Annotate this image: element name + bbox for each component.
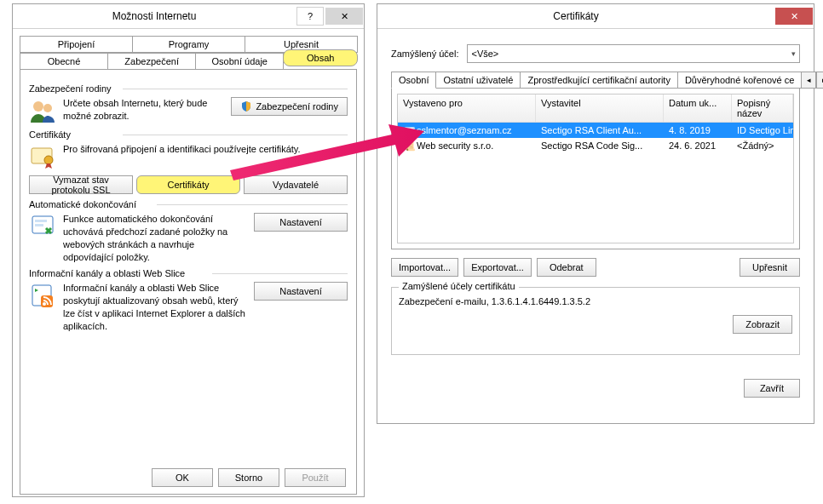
certificates-window: Certifikáty ✕ Zamýšlený účel: <Vše> ▾ Os… [377, 3, 814, 424]
cert-close-button[interactable]: ✕ [775, 8, 813, 25]
cert-row[interactable]: 📧sslmentor@seznam.cz Sectigo RSA Client … [398, 123, 793, 138]
chevron-down-icon: ▾ [791, 49, 796, 58]
remove-button[interactable]: Odebrat [537, 258, 596, 277]
io-dialog-buttons: OK Storno Použít [152, 468, 346, 487]
io-titlebar: Možnosti Internetu ? ✕ [13, 4, 364, 29]
tab-general[interactable]: Obecné [20, 53, 108, 70]
tab-content[interactable]: Obsah [283, 49, 358, 66]
family-desc: Určete obsah Internetu, který bude možné… [63, 97, 224, 123]
autocomplete-settings-button[interactable]: Nastavení [254, 213, 348, 232]
io-title: Možnosti Internetu [13, 10, 296, 22]
cancel-button[interactable]: Storno [218, 468, 279, 487]
cert-action-buttons: Importovat... Exportovat... Odebrat Upře… [391, 258, 800, 277]
col-friendly[interactable]: Popisný název [732, 94, 793, 122]
family-icon [29, 97, 56, 124]
certificates-button[interactable]: Certifikáty [136, 175, 240, 194]
cert-item-icon: 📜 [403, 140, 417, 152]
internet-options-window: Možnosti Internetu ? ✕ Připojení Program… [12, 3, 365, 497]
cert-tab-personal[interactable]: Osobní [391, 72, 436, 89]
cert-item-icon: 📧 [403, 125, 417, 136]
purposes-fieldset: Zamýšlené účely certifikátu Zabezpečení … [391, 287, 800, 355]
clear-ssl-button[interactable]: Vymazat stav protokolu SSL [29, 175, 133, 194]
purpose-value: <Vše> [471, 49, 498, 59]
apply-button[interactable]: Použít [285, 468, 346, 487]
io-tab-body: Zabezpečení rodiny Určete obsah Internet… [20, 69, 357, 495]
section-feeds-title: Informační kanály a oblasti Web Slice [29, 268, 348, 278]
shield-icon [240, 100, 252, 112]
autocomplete-icon [29, 213, 56, 240]
certs-button-bar: Vymazat stav protokolu SSL Certifikáty V… [29, 175, 348, 194]
section-family-title: Zabezpečení rodiny [29, 83, 348, 94]
cert-columns: Vystaveno pro Vystavitel Datum uk... Pop… [398, 94, 793, 123]
tab-privacy[interactable]: Osobní údaje [195, 53, 284, 70]
svg-point-1 [43, 104, 52, 112]
close-dialog-button[interactable]: Zavřít [744, 379, 800, 398]
advanced-button[interactable]: Upřesnit [740, 258, 800, 277]
cert-titlebar: Certifikáty ✕ [377, 4, 814, 29]
tab-scroll-right[interactable]: ▸ [816, 72, 823, 89]
col-expiry[interactable]: Datum uk... [664, 94, 732, 122]
svg-point-0 [33, 101, 43, 112]
cert-list[interactable]: Vystaveno pro Vystavitel Datum uk... Pop… [397, 94, 794, 243]
auto-desc: Funkce automatického dokončování uchováv… [63, 213, 247, 263]
purposes-legend: Zamýšlené účely certifikátu [399, 281, 519, 291]
cert-tabs: Osobní Ostatní uživatelé Zprostředkující… [391, 72, 800, 89]
help-button[interactable]: ? [296, 7, 324, 26]
cert-row[interactable]: 📜Web security s.r.o. Sectigo RSA Code Si… [398, 138, 793, 153]
svg-point-3 [44, 156, 53, 164]
certs-desc: Pro šifrovaná připojení a identifikaci p… [63, 143, 348, 156]
svg-rect-5 [35, 220, 47, 222]
svg-rect-6 [35, 224, 43, 226]
close-button[interactable]: ✕ [325, 8, 363, 25]
tab-scroll-left[interactable]: ◂ [801, 72, 816, 89]
col-issued-to[interactable]: Vystaveno pro [398, 94, 536, 122]
cert-title: Certifikáty [377, 10, 774, 22]
export-button[interactable]: Exportovat... [463, 258, 532, 277]
certificate-icon [29, 143, 56, 170]
tab-programs[interactable]: Programy [132, 36, 245, 53]
feeds-icon [29, 282, 56, 309]
purpose-label: Zamýšlený účel: [391, 49, 458, 59]
io-tabs-bottom-row: Obecné Zabezpečení Osobní údaje Obsah [20, 53, 357, 70]
section-certs-title: Certifikáty [29, 129, 348, 140]
tab-connections[interactable]: Připojení [20, 36, 133, 53]
svg-point-9 [43, 302, 46, 306]
section-auto-title: Automatické dokončování [29, 199, 348, 209]
tab-security[interactable]: Zabezpečení [107, 53, 196, 70]
cert-tab-others[interactable]: Ostatní uživatelé [435, 72, 521, 89]
cert-content: Zamýšlený účel: <Vše> ▾ Osobní Ostatní u… [377, 29, 814, 406]
cert-tab-intermediate[interactable]: Zprostředkující certifikační autority [520, 72, 678, 89]
family-safety-button[interactable]: Zabezpečení rodiny [231, 97, 348, 116]
import-button[interactable]: Importovat... [391, 258, 458, 277]
feeds-desc: Informační kanály a oblasti Web Slice po… [63, 282, 247, 332]
io-content: Připojení Programy Upřesnit Obecné Zabez… [13, 29, 364, 501]
col-issuer[interactable]: Vystavitel [536, 94, 664, 122]
show-button[interactable]: Zobrazit [733, 315, 792, 334]
publishers-button[interactable]: Vydavatelé [244, 175, 348, 194]
feeds-settings-button[interactable]: Nastavení [254, 282, 348, 301]
purposes-text: Zabezpečení e-mailu, 1.3.6.1.4.1.6449.1.… [399, 296, 590, 306]
purpose-row: Zamýšlený účel: <Vše> ▾ [391, 44, 800, 63]
purpose-combo[interactable]: <Vše> ▾ [467, 44, 800, 63]
ok-button[interactable]: OK [152, 468, 213, 487]
cert-list-frame: Vystaveno pro Vystavitel Datum uk... Pop… [391, 88, 800, 249]
cert-tab-root[interactable]: Důvěryhodné kořenové ce [677, 72, 802, 89]
